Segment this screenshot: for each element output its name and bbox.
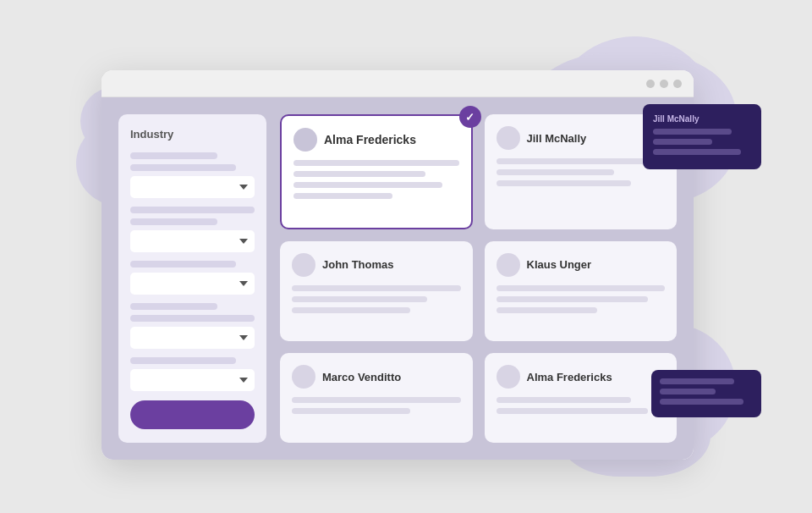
tooltip-jill-mcnally: Jill McNally [643,104,761,169]
card-line-4b [497,296,649,302]
card-marco-venditto[interactable]: Marco Venditto [280,353,473,443]
filter-panel: Industry [118,114,266,443]
window-dot-3 [673,80,682,88]
avatar-klaus [497,253,520,277]
card-line-4a [497,285,666,291]
card-line-5a [292,397,461,403]
filter-bar-8 [130,357,236,364]
card-klaus-unger[interactable]: Klaus Unger [485,241,678,342]
window-dot-2 [660,80,668,88]
tooltip-bottom-bar-2 [660,389,716,394]
filter-select-4[interactable] [130,327,255,349]
browser-window: Industry [102,70,694,460]
window-dot-1 [646,80,655,88]
tooltip-bottom [651,370,761,417]
filter-bar-2 [130,164,236,171]
tooltip-bottom-bar-3 [660,399,743,405]
tooltip-bar-1 [653,129,732,135]
filter-bar-5 [130,261,236,268]
filter-select-3[interactable] [130,273,255,295]
filter-industry-label: Industry [130,128,255,141]
filter-row-1 [130,152,255,198]
card-line-2b [497,169,615,175]
card-line-1b [294,171,425,177]
profile-grid: ✓ Alma Fredericks Jill McNally [280,114,677,443]
window-dots [646,80,682,88]
avatar-jill [497,126,520,150]
dropdown-arrow-4 [239,335,248,340]
card-line-6a [497,397,632,403]
dropdown-arrow-1 [239,185,248,190]
card-line-2c [497,180,632,186]
browser-content: Industry [102,97,694,460]
card-alma-fredericks-2[interactable]: Alma Fredericks [485,353,678,443]
filter-row-5 [130,357,255,391]
card-name-alma-2: Alma Fredericks [527,371,612,383]
filter-bar-3 [130,207,255,213]
filter-bar-4 [130,218,217,225]
card-header-5: Marco Venditto [292,365,461,389]
card-name-klaus: Klaus Unger [527,258,592,271]
browser-titlebar [102,70,694,97]
card-john-thomas[interactable]: John Thomas [280,241,473,342]
card-line-3c [292,307,410,313]
tooltip-name-jill: Jill McNally [653,114,751,124]
card-line-3a [292,285,461,291]
apply-filter-button[interactable] [130,400,255,429]
card-line-1a [294,160,459,166]
filter-row-2 [130,207,255,252]
card-header-6: Alma Fredericks [497,365,666,389]
card-alma-fredericks-selected[interactable]: ✓ Alma Fredericks [280,114,473,229]
card-line-1d [294,193,392,199]
avatar-john [292,253,315,277]
avatar-alma-selected [294,128,317,152]
filter-row-4 [130,303,255,349]
dropdown-arrow-5 [239,378,248,383]
filter-bar-6 [130,303,217,310]
card-line-6b [497,408,649,414]
card-line-3b [292,296,427,302]
filter-bar-7 [130,315,255,322]
tooltip-bar-3 [653,149,741,155]
dropdown-arrow-2 [239,239,248,244]
card-name-marco: Marco Venditto [322,371,401,383]
card-name-john: John Thomas [322,258,394,271]
selected-check-badge: ✓ [459,106,481,128]
filter-select-1[interactable] [130,176,255,198]
scene: Industry [76,36,736,477]
tooltip-bar-2 [653,139,712,145]
filter-bar-1 [130,152,217,159]
card-header-4: Klaus Unger [497,253,666,277]
card-line-1c [294,182,442,188]
card-line-2a [497,158,666,164]
card-line-5b [292,408,410,414]
filter-select-2[interactable] [130,230,255,252]
tooltip-bottom-bar-1 [660,378,734,384]
filter-select-5[interactable] [130,369,255,391]
avatar-marco [292,365,315,389]
card-header-3: John Thomas [292,253,461,277]
card-header-2: Jill McNally [497,126,666,150]
card-name-alma-selected: Alma Fredericks [324,133,416,146]
card-header-1: Alma Fredericks [294,128,459,152]
filter-row-3 [130,261,255,295]
dropdown-arrow-3 [239,281,248,286]
avatar-alma-2 [497,365,520,389]
card-line-4c [497,307,598,313]
card-name-jill: Jill McNally [527,132,587,145]
